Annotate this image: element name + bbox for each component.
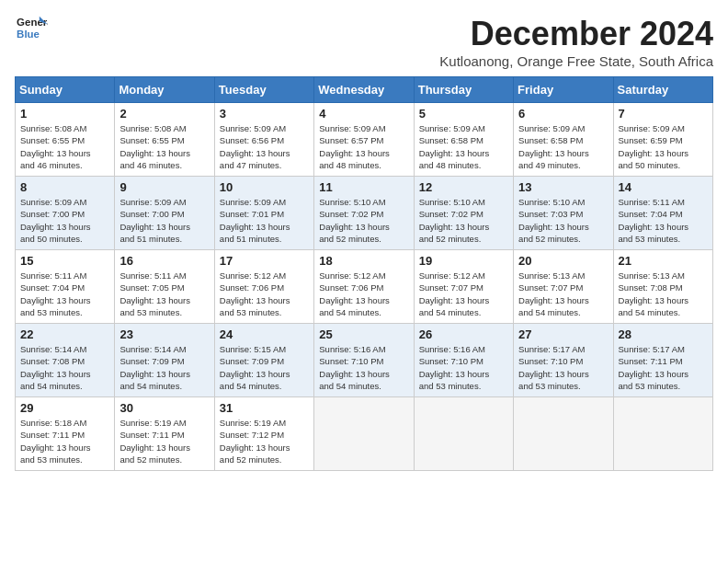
- day-info: Sunrise: 5:09 AM Sunset: 7:00 PM Dayligh…: [119, 196, 209, 245]
- title-area: December 2024 Kutloanong, Orange Free St…: [439, 15, 713, 69]
- month-title: December 2024: [439, 15, 713, 53]
- day-header: Thursday: [414, 77, 513, 103]
- logo: General Blue: [15, 15, 48, 42]
- calendar-week-row: 29Sunrise: 5:18 AM Sunset: 7:11 PM Dayli…: [16, 397, 713, 471]
- day-info: Sunrise: 5:12 AM Sunset: 7:06 PM Dayligh…: [319, 270, 408, 318]
- calendar-cell: 14Sunrise: 5:11 AM Sunset: 7:04 PM Dayli…: [613, 177, 712, 250]
- day-number: 24: [220, 327, 309, 341]
- day-info: Sunrise: 5:15 AM Sunset: 7:09 PM Dayligh…: [220, 343, 309, 392]
- day-info: Sunrise: 5:09 AM Sunset: 6:59 PM Dayligh…: [619, 122, 708, 171]
- calendar-cell: 17Sunrise: 5:12 AM Sunset: 7:06 PM Dayli…: [214, 250, 313, 324]
- calendar-cell: 7Sunrise: 5:09 AM Sunset: 6:59 PM Daylig…: [613, 103, 712, 177]
- day-number: 19: [419, 254, 508, 268]
- day-number: 15: [20, 254, 109, 268]
- day-number: 31: [220, 401, 309, 415]
- day-number: 4: [319, 107, 408, 121]
- calendar-cell: 16Sunrise: 5:11 AM Sunset: 7:05 PM Dayli…: [115, 250, 214, 324]
- day-info: Sunrise: 5:19 AM Sunset: 7:11 PM Dayligh…: [119, 417, 209, 465]
- calendar-cell: 20Sunrise: 5:13 AM Sunset: 7:07 PM Dayli…: [514, 250, 613, 324]
- day-number: 9: [119, 180, 209, 194]
- day-info: Sunrise: 5:10 AM Sunset: 7:03 PM Dayligh…: [518, 196, 608, 245]
- day-info: Sunrise: 5:09 AM Sunset: 6:58 PM Dayligh…: [518, 122, 608, 171]
- day-number: 13: [518, 180, 608, 194]
- calendar-cell: 24Sunrise: 5:15 AM Sunset: 7:09 PM Dayli…: [214, 324, 313, 397]
- calendar-week-row: 1Sunrise: 5:08 AM Sunset: 6:55 PM Daylig…: [16, 103, 713, 177]
- day-number: 22: [20, 327, 109, 341]
- calendar-table: SundayMondayTuesdayWednesdayThursdayFrid…: [15, 76, 713, 471]
- day-number: 6: [518, 107, 608, 121]
- calendar-cell: 15Sunrise: 5:11 AM Sunset: 7:04 PM Dayli…: [16, 250, 115, 324]
- calendar-cell: 12Sunrise: 5:10 AM Sunset: 7:02 PM Dayli…: [414, 177, 513, 250]
- calendar-cell: 4Sunrise: 5:09 AM Sunset: 6:57 PM Daylig…: [314, 103, 414, 177]
- day-info: Sunrise: 5:16 AM Sunset: 7:10 PM Dayligh…: [319, 343, 408, 392]
- day-number: 2: [119, 107, 209, 121]
- calendar-cell: [314, 397, 414, 471]
- day-number: 26: [419, 327, 508, 341]
- day-number: 28: [619, 327, 708, 341]
- day-info: Sunrise: 5:17 AM Sunset: 7:11 PM Dayligh…: [619, 343, 708, 392]
- day-info: Sunrise: 5:08 AM Sunset: 6:55 PM Dayligh…: [119, 122, 209, 171]
- calendar-cell: 3Sunrise: 5:09 AM Sunset: 6:56 PM Daylig…: [214, 103, 313, 177]
- calendar-cell: 19Sunrise: 5:12 AM Sunset: 7:07 PM Dayli…: [414, 250, 513, 324]
- calendar-cell: 31Sunrise: 5:19 AM Sunset: 7:12 PM Dayli…: [214, 397, 313, 471]
- day-number: 23: [119, 327, 209, 341]
- calendar-week-row: 15Sunrise: 5:11 AM Sunset: 7:04 PM Dayli…: [16, 250, 713, 324]
- day-info: Sunrise: 5:12 AM Sunset: 7:06 PM Dayligh…: [220, 270, 309, 318]
- day-info: Sunrise: 5:14 AM Sunset: 7:08 PM Dayligh…: [20, 343, 109, 392]
- calendar-cell: 13Sunrise: 5:10 AM Sunset: 7:03 PM Dayli…: [514, 177, 613, 250]
- logo-icon: General Blue: [15, 15, 48, 42]
- calendar-cell: 6Sunrise: 5:09 AM Sunset: 6:58 PM Daylig…: [514, 103, 613, 177]
- calendar-week-row: 8Sunrise: 5:09 AM Sunset: 7:00 PM Daylig…: [16, 177, 713, 250]
- day-info: Sunrise: 5:16 AM Sunset: 7:10 PM Dayligh…: [419, 343, 508, 392]
- day-number: 30: [119, 401, 209, 415]
- day-number: 11: [319, 180, 408, 194]
- day-info: Sunrise: 5:17 AM Sunset: 7:10 PM Dayligh…: [518, 343, 608, 392]
- calendar-cell: 9Sunrise: 5:09 AM Sunset: 7:00 PM Daylig…: [115, 177, 214, 250]
- day-info: Sunrise: 5:19 AM Sunset: 7:12 PM Dayligh…: [220, 417, 309, 465]
- svg-text:Blue: Blue: [17, 29, 40, 40]
- day-number: 3: [220, 107, 309, 121]
- calendar-cell: 26Sunrise: 5:16 AM Sunset: 7:10 PM Dayli…: [414, 324, 513, 397]
- day-number: 21: [619, 254, 708, 268]
- day-number: 17: [220, 254, 309, 268]
- calendar-cell: 25Sunrise: 5:16 AM Sunset: 7:10 PM Dayli…: [314, 324, 414, 397]
- day-info: Sunrise: 5:18 AM Sunset: 7:11 PM Dayligh…: [20, 417, 109, 465]
- calendar-cell: 22Sunrise: 5:14 AM Sunset: 7:08 PM Dayli…: [16, 324, 115, 397]
- day-info: Sunrise: 5:14 AM Sunset: 7:09 PM Dayligh…: [119, 343, 209, 392]
- day-info: Sunrise: 5:13 AM Sunset: 7:08 PM Dayligh…: [619, 270, 708, 318]
- calendar-cell: 1Sunrise: 5:08 AM Sunset: 6:55 PM Daylig…: [16, 103, 115, 177]
- day-info: Sunrise: 5:13 AM Sunset: 7:07 PM Dayligh…: [518, 270, 608, 318]
- day-number: 18: [319, 254, 408, 268]
- day-number: 10: [220, 180, 309, 194]
- calendar-cell: [514, 397, 613, 471]
- day-header: Wednesday: [314, 77, 414, 103]
- day-info: Sunrise: 5:09 AM Sunset: 6:58 PM Dayligh…: [419, 122, 508, 171]
- calendar-cell: 10Sunrise: 5:09 AM Sunset: 7:01 PM Dayli…: [214, 177, 313, 250]
- calendar-cell: 2Sunrise: 5:08 AM Sunset: 6:55 PM Daylig…: [115, 103, 214, 177]
- day-header: Tuesday: [214, 77, 313, 103]
- day-info: Sunrise: 5:09 AM Sunset: 6:56 PM Dayligh…: [220, 122, 309, 171]
- day-info: Sunrise: 5:11 AM Sunset: 7:04 PM Dayligh…: [20, 270, 109, 318]
- calendar-cell: 8Sunrise: 5:09 AM Sunset: 7:00 PM Daylig…: [16, 177, 115, 250]
- calendar-cell: 23Sunrise: 5:14 AM Sunset: 7:09 PM Dayli…: [115, 324, 214, 397]
- day-header: Saturday: [613, 77, 712, 103]
- calendar-cell: 28Sunrise: 5:17 AM Sunset: 7:11 PM Dayli…: [613, 324, 712, 397]
- day-number: 5: [419, 107, 508, 121]
- calendar-cell: 18Sunrise: 5:12 AM Sunset: 7:06 PM Dayli…: [314, 250, 414, 324]
- day-number: 29: [20, 401, 109, 415]
- calendar-cell: 21Sunrise: 5:13 AM Sunset: 7:08 PM Dayli…: [613, 250, 712, 324]
- calendar-cell: 11Sunrise: 5:10 AM Sunset: 7:02 PM Dayli…: [314, 177, 414, 250]
- calendar-cell: 27Sunrise: 5:17 AM Sunset: 7:10 PM Dayli…: [514, 324, 613, 397]
- day-number: 12: [419, 180, 508, 194]
- day-number: 8: [20, 180, 109, 194]
- day-info: Sunrise: 5:08 AM Sunset: 6:55 PM Dayligh…: [20, 122, 109, 171]
- day-info: Sunrise: 5:11 AM Sunset: 7:05 PM Dayligh…: [119, 270, 209, 318]
- header: General Blue December 2024 Kutloanong, O…: [15, 15, 713, 69]
- day-info: Sunrise: 5:10 AM Sunset: 7:02 PM Dayligh…: [419, 196, 508, 245]
- subtitle: Kutloanong, Orange Free State, South Afr…: [439, 53, 713, 69]
- day-info: Sunrise: 5:11 AM Sunset: 7:04 PM Dayligh…: [619, 196, 708, 245]
- day-number: 25: [319, 327, 408, 341]
- calendar-cell: [613, 397, 712, 471]
- day-number: 20: [518, 254, 608, 268]
- day-header: Monday: [115, 77, 214, 103]
